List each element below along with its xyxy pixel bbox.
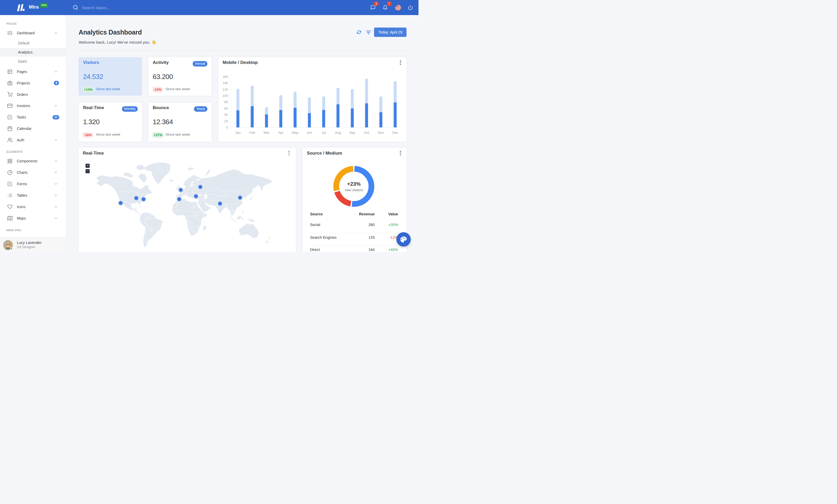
svg-text:Jul: Jul — [321, 131, 326, 135]
svg-text:May: May — [292, 131, 298, 135]
svg-text:Oct: Oct — [364, 131, 369, 135]
svg-text:Sep: Sep — [349, 131, 355, 135]
svg-text:Feb: Feb — [249, 131, 255, 135]
svg-text:20: 20 — [224, 119, 228, 123]
svg-text:40: 40 — [224, 113, 228, 117]
svg-text:100: 100 — [222, 94, 228, 98]
svg-text:60: 60 — [224, 107, 228, 110]
svg-text:140: 140 — [222, 81, 228, 85]
svg-text:Dec: Dec — [392, 131, 398, 135]
svg-text:Aug: Aug — [335, 131, 341, 135]
svg-text:Mar: Mar — [264, 131, 270, 135]
svg-text:Nov: Nov — [378, 131, 384, 135]
svg-text:80: 80 — [224, 100, 228, 104]
svg-text:0: 0 — [226, 126, 228, 129]
svg-text:Jun: Jun — [306, 131, 312, 135]
svg-text:120: 120 — [222, 88, 228, 91]
svg-text:Apr: Apr — [278, 131, 284, 135]
svg-text:Jan: Jan — [235, 131, 241, 135]
svg-text:160: 160 — [222, 75, 228, 79]
